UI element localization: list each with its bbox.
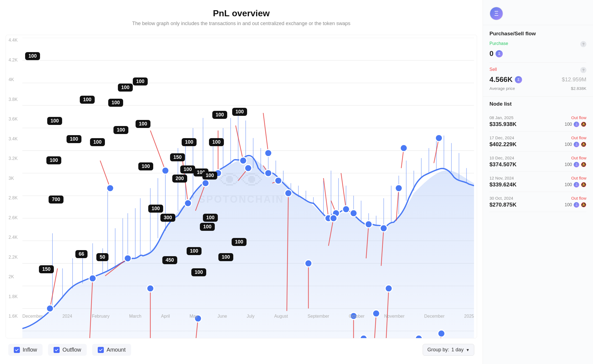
svg-line-28 <box>263 113 268 153</box>
x-label: December <box>424 314 444 319</box>
page-title: PnL overview <box>6 8 477 18</box>
outflow-checkbox[interactable] <box>54 347 60 353</box>
purchase-value: 0 Ξ <box>489 49 586 58</box>
node-usd-amount: $270.875K <box>489 202 517 208</box>
node-label: 66 <box>75 250 88 258</box>
node-label: 100 <box>182 138 197 146</box>
node-label: 50 <box>96 253 108 261</box>
svg-line-36 <box>341 173 346 209</box>
node-label: 200 <box>172 175 187 183</box>
x-label: October <box>349 314 364 319</box>
x-label: March <box>129 314 141 319</box>
node-label: 100 <box>90 138 105 146</box>
node-label: 100 <box>180 165 195 173</box>
sell-amount: 4.566K <box>489 75 513 84</box>
hide-icon[interactable]: 🔕 <box>581 122 586 127</box>
node-date: 30 Oct, 2024 <box>489 196 513 200</box>
purchase-sell-section: Purchase/Sell flow Purchase ? 0 Ξ Sell ?… <box>483 25 593 97</box>
node-token-amount: 100 Ξ 🔕 <box>565 202 586 208</box>
purchase-help-icon[interactable]: ? <box>580 41 586 47</box>
y-label: 4.4K <box>9 38 18 43</box>
node-label: 100 <box>203 214 218 222</box>
node-label: 100 <box>232 108 247 116</box>
node-label: 100 <box>136 120 150 128</box>
node-usd-amount: $339.624K <box>489 181 517 188</box>
y-label: 1.6K <box>9 314 18 319</box>
node-token-value: 100 <box>565 142 572 147</box>
svg-point-50 <box>89 275 96 282</box>
y-label: 3K <box>9 176 18 181</box>
node-flow-type: Out flow <box>571 135 586 140</box>
sell-label: Sell <box>489 67 497 72</box>
legend-outflow-item[interactable]: Outflow <box>48 344 87 356</box>
svg-line-44 <box>396 188 399 221</box>
page-subtitle: The below graph only includes the transa… <box>6 21 477 26</box>
amount-checkbox[interactable] <box>98 347 104 353</box>
node-label: 100 <box>25 52 40 60</box>
svg-point-52 <box>124 255 131 262</box>
svg-point-69 <box>343 206 350 213</box>
eth-icon-node: Ξ <box>574 142 579 147</box>
y-label: 1.8K <box>9 294 18 299</box>
node-label: 100 <box>108 99 123 107</box>
node-usd-amount: $374.507K <box>489 161 517 168</box>
token-icon: Ξ <box>489 7 503 20</box>
y-label: 4.2K <box>9 58 18 63</box>
sell-meta: 4.566K Ξ $12.959M <box>489 75 586 84</box>
node-item: 10 Dec, 2024 Out flow $374.507K 100 Ξ 🔕 <box>489 152 586 172</box>
node-token-value: 100 <box>565 182 572 187</box>
x-label: May <box>189 314 198 319</box>
hide-icon[interactable]: 🔕 <box>581 182 586 187</box>
node-label: 100 <box>200 223 215 231</box>
svg-point-68 <box>330 215 337 222</box>
node-date: 12 Nov, 2024 <box>489 176 514 180</box>
node-token-amount: 100 Ξ 🔕 <box>565 182 586 188</box>
node-list-title: Node list <box>489 101 586 107</box>
node-token-amount: 100 Ξ 🔕 <box>565 142 586 147</box>
svg-point-81 <box>438 330 445 337</box>
legend-bar: Inflow Outflow Amount <box>6 338 477 358</box>
node-flow-type: Out flow <box>571 115 586 120</box>
node-usd-amount: $402.229K <box>489 141 517 148</box>
node-flow-type: Out flow <box>571 156 586 160</box>
y-label: 4K <box>9 77 18 82</box>
y-label: 3.8K <box>9 97 18 102</box>
svg-point-56 <box>202 180 209 186</box>
main-content: PnL overview The below graph only includ… <box>0 0 483 364</box>
svg-point-78 <box>400 144 407 151</box>
x-label: February <box>92 314 110 319</box>
sell-value: 4.566K Ξ <box>489 75 522 84</box>
node-list-section: Node list 08 Jan, 2025 Out flow $335.938… <box>483 97 593 364</box>
legend-amount-item[interactable]: Amount <box>92 344 131 356</box>
purchase-sell-title: Purchase/Sell flow <box>489 31 586 37</box>
x-label: July <box>247 314 255 319</box>
y-axis: 4.4K 4.2K 4K 3.8K 3.6K 3.4K 3.2K 3K 2.8K… <box>9 35 18 322</box>
svg-point-61 <box>265 149 272 156</box>
average-price-value: $2.838K <box>571 86 586 91</box>
node-label: 150 <box>39 265 54 273</box>
node-token-amount: 100 Ξ 🔕 <box>565 162 586 167</box>
legend-inflow-item[interactable]: Inflow <box>8 344 43 356</box>
svg-point-72 <box>360 335 367 338</box>
node-label: 150 <box>170 153 185 161</box>
node-token-value: 100 <box>565 162 572 167</box>
node-label: 100 <box>209 138 224 146</box>
y-label: 2.8K <box>9 196 18 200</box>
hide-icon[interactable]: 🔕 <box>581 162 586 167</box>
sell-help-icon[interactable]: ? <box>580 67 586 73</box>
svg-line-26 <box>236 125 243 160</box>
chart-area: 👁👁 SPOTONCHAIN 4.4K 4.2K 4K 3.8K 3.6K 3.… <box>6 35 477 338</box>
svg-line-33 <box>324 178 329 218</box>
node-token-value: 100 <box>565 202 572 207</box>
hide-icon[interactable]: 🔕 <box>581 202 586 207</box>
average-price-label: Average price <box>489 86 515 91</box>
node-label: 100 <box>202 172 217 180</box>
svg-point-77 <box>395 185 402 192</box>
node-item: 30 Oct, 2024 Out flow $270.875K 100 Ξ 🔕 <box>489 192 586 212</box>
group-by-select[interactable]: Group by: 1 day ▼ <box>423 344 474 356</box>
inflow-checkbox[interactable] <box>14 347 20 353</box>
svg-point-73 <box>365 221 372 228</box>
svg-point-62 <box>265 170 272 176</box>
hide-icon[interactable]: 🔕 <box>581 142 586 147</box>
node-label: 300 <box>160 214 175 222</box>
